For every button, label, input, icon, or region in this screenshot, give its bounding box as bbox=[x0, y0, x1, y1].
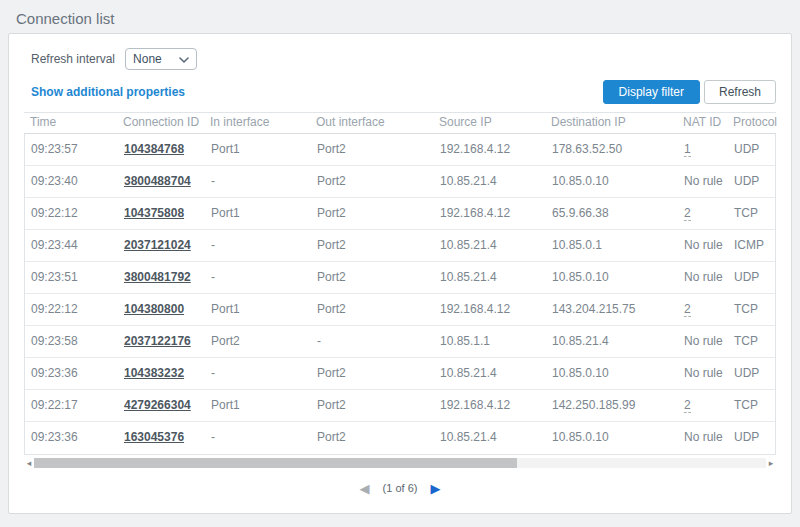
protocol-cell: UDP bbox=[728, 422, 775, 454]
protocol-cell: UDP bbox=[728, 166, 775, 197]
pagination: ◀ (1 of 6) ▶ bbox=[24, 477, 776, 499]
nat-id-cell: No rule bbox=[678, 422, 728, 454]
time-cell: 09:22:12 bbox=[25, 198, 118, 229]
connection-id-cell: 104380800 bbox=[118, 294, 205, 325]
source-ip-cell: 192.168.4.12 bbox=[434, 294, 546, 325]
nat-id-cell: No rule bbox=[678, 326, 728, 357]
connection-id-link[interactable]: 163045376 bbox=[124, 430, 184, 444]
scrollbar-thumb[interactable] bbox=[34, 458, 517, 468]
time-cell: 09:23:58 bbox=[25, 326, 118, 357]
connection-id-link[interactable]: 104375808 bbox=[124, 206, 184, 220]
connection-id-link[interactable]: 104380800 bbox=[124, 302, 184, 316]
connection-id-link[interactable]: 4279266304 bbox=[124, 398, 191, 412]
destination-ip-cell: 10.85.0.10 bbox=[546, 422, 678, 454]
display-filter-button[interactable]: Display filter bbox=[603, 80, 700, 104]
time-cell: 09:23:51 bbox=[25, 262, 118, 293]
table-row: 09:23:36104383232-Port210.85.21.410.85.0… bbox=[25, 358, 775, 390]
destination-ip-cell: 10.85.0.1 bbox=[546, 230, 678, 261]
connection-id-link[interactable]: 2037122176 bbox=[124, 334, 191, 348]
table-header-row: TimeConnection IDIn interfaceOut interfa… bbox=[24, 112, 776, 134]
out-interface-cell: Port2 bbox=[311, 422, 434, 454]
connection-id-cell: 2037121024 bbox=[118, 230, 205, 261]
chevron-down-icon bbox=[179, 52, 189, 66]
refresh-interval-row: Refresh interval None bbox=[31, 48, 776, 70]
connection-id-cell: 3800488704 bbox=[118, 166, 205, 197]
source-ip-cell: 192.168.4.12 bbox=[434, 198, 546, 229]
time-cell: 09:23:57 bbox=[25, 134, 118, 165]
nat-id-cell: No rule bbox=[678, 358, 728, 389]
previous-page-icon[interactable]: ◀ bbox=[360, 481, 370, 496]
connection-id-cell: 104383232 bbox=[118, 358, 205, 389]
table-body: 09:23:57104384768Port1Port2192.168.4.121… bbox=[24, 134, 776, 455]
connection-id-link[interactable]: 104383232 bbox=[124, 366, 184, 380]
next-page-icon[interactable]: ▶ bbox=[430, 481, 440, 496]
in-interface-cell: Port1 bbox=[205, 134, 311, 165]
in-interface-cell: Port1 bbox=[205, 294, 311, 325]
scrollbar-track[interactable] bbox=[34, 458, 766, 468]
connection-id-link[interactable]: 3800488704 bbox=[124, 174, 191, 188]
time-cell: 09:22:17 bbox=[25, 390, 118, 421]
table-row: 09:22:12104375808Port1Port2192.168.4.126… bbox=[25, 198, 775, 230]
time-cell: 09:23:40 bbox=[25, 166, 118, 197]
protocol-cell: UDP bbox=[728, 262, 775, 293]
destination-ip-cell: 65.9.66.38 bbox=[546, 198, 678, 229]
source-ip-cell: 10.85.21.4 bbox=[434, 166, 546, 197]
source-ip-cell: 10.85.21.4 bbox=[434, 230, 546, 261]
in-interface-cell: - bbox=[205, 422, 311, 454]
protocol-cell: TCP bbox=[728, 198, 775, 229]
scroll-left-icon[interactable]: ◂ bbox=[24, 457, 34, 469]
out-interface-cell: Port2 bbox=[311, 358, 434, 389]
protocol-cell: TCP bbox=[728, 326, 775, 357]
destination-ip-cell: 142.250.185.99 bbox=[546, 390, 678, 421]
out-interface-cell: Port2 bbox=[311, 198, 434, 229]
in-interface-cell: - bbox=[205, 262, 311, 293]
actions-row: Show additional properties Display filte… bbox=[24, 80, 776, 104]
source-ip-cell: 192.168.4.12 bbox=[434, 134, 546, 165]
column-header-nat-id: NAT ID bbox=[677, 113, 727, 133]
nat-id-link[interactable]: 2 bbox=[684, 398, 691, 413]
connection-id-link[interactable]: 104384768 bbox=[124, 142, 184, 156]
nat-id-link[interactable]: 2 bbox=[684, 206, 691, 221]
out-interface-cell: Port2 bbox=[311, 166, 434, 197]
table-row: 09:23:57104384768Port1Port2192.168.4.121… bbox=[25, 134, 775, 166]
table-row: 09:23:582037122176Port2-10.85.1.110.85.2… bbox=[25, 326, 775, 358]
column-header-in-interface: In interface bbox=[204, 113, 310, 133]
refresh-interval-label: Refresh interval bbox=[31, 52, 115, 66]
out-interface-cell: Port2 bbox=[311, 390, 434, 421]
show-additional-properties-link[interactable]: Show additional properties bbox=[31, 85, 185, 99]
source-ip-cell: 10.85.1.1 bbox=[434, 326, 546, 357]
in-interface-cell: - bbox=[205, 358, 311, 389]
table-row: 09:22:174279266304Port1Port2192.168.4.12… bbox=[25, 390, 775, 422]
destination-ip-cell: 143.204.215.75 bbox=[546, 294, 678, 325]
scroll-right-icon[interactable]: ▸ bbox=[766, 457, 776, 469]
out-interface-cell: Port2 bbox=[311, 134, 434, 165]
destination-ip-cell: 10.85.0.10 bbox=[546, 358, 678, 389]
table-row: 09:23:403800488704-Port210.85.21.410.85.… bbox=[25, 166, 775, 198]
nat-id-link[interactable]: 1 bbox=[684, 142, 691, 157]
protocol-cell: UDP bbox=[728, 134, 775, 165]
out-interface-cell: Port2 bbox=[311, 230, 434, 261]
time-cell: 09:23:44 bbox=[25, 230, 118, 261]
page-indicator: (1 of 6) bbox=[383, 482, 418, 494]
nat-id-link[interactable]: 2 bbox=[684, 302, 691, 317]
destination-ip-cell: 10.85.0.10 bbox=[546, 262, 678, 293]
protocol-cell: UDP bbox=[728, 358, 775, 389]
column-header-time: Time bbox=[24, 113, 117, 133]
protocol-cell: TCP bbox=[728, 390, 775, 421]
time-cell: 09:23:36 bbox=[25, 422, 118, 454]
connection-id-link[interactable]: 3800481792 bbox=[124, 270, 191, 284]
column-header-source-ip: Source IP bbox=[433, 113, 545, 133]
out-interface-cell: - bbox=[311, 326, 434, 357]
connection-id-cell: 4279266304 bbox=[118, 390, 205, 421]
connection-id-link[interactable]: 2037121024 bbox=[124, 238, 191, 252]
connection-table: TimeConnection IDIn interfaceOut interfa… bbox=[24, 112, 776, 455]
table-row: 09:23:513800481792-Port210.85.21.410.85.… bbox=[25, 262, 775, 294]
source-ip-cell: 10.85.21.4 bbox=[434, 262, 546, 293]
in-interface-cell: - bbox=[205, 230, 311, 261]
refresh-interval-select[interactable]: None bbox=[125, 48, 197, 70]
column-header-protocol: Protocol bbox=[727, 113, 777, 133]
horizontal-scrollbar[interactable]: ◂ ▸ bbox=[24, 457, 776, 469]
nat-id-cell: No rule bbox=[678, 230, 728, 261]
connection-id-cell: 104375808 bbox=[118, 198, 205, 229]
refresh-button[interactable]: Refresh bbox=[704, 80, 776, 104]
